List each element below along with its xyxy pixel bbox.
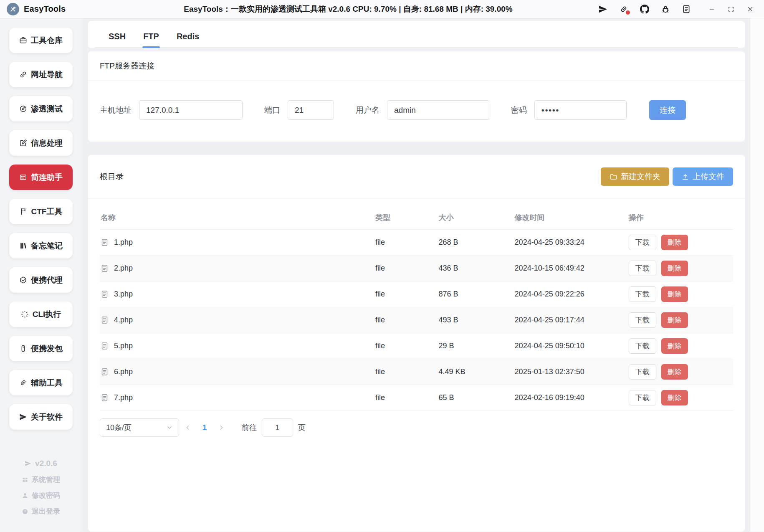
file-size: 493 B: [439, 316, 515, 324]
titlebar-chain-icon-button[interactable]: [615, 2, 633, 17]
sidebar-item-url-nav[interactable]: 网址导航: [9, 62, 73, 87]
sidebar-item-ctf-tools[interactable]: CTF工具: [9, 199, 73, 224]
connect-icon: [19, 173, 27, 181]
titlebar: EasyTools EasyTools：一款实用的渗透测试工具箱 v2.0.6 …: [0, 0, 764, 18]
download-button[interactable]: 下载: [629, 312, 656, 328]
tab-ssh[interactable]: SSH: [108, 29, 126, 47]
file-actions: 下载删除: [629, 390, 733, 405]
download-button[interactable]: 下载: [629, 286, 656, 302]
download-button[interactable]: 下载: [629, 390, 656, 405]
delete-button[interactable]: 删除: [661, 390, 688, 405]
titlebar-telegram-icon-button[interactable]: [594, 2, 612, 17]
file-type: file: [375, 342, 439, 350]
file-type: file: [375, 393, 439, 402]
sidebar-footer-label: 修改密码: [32, 491, 60, 500]
host-input[interactable]: [139, 100, 243, 120]
table-row: 2.phpfile436 B2024-10-15 06:49:42下载删除: [100, 256, 733, 281]
sidebar-item-about[interactable]: 关于软件: [9, 404, 73, 430]
goto-page-input[interactable]: [262, 418, 293, 437]
file-type: file: [375, 264, 439, 273]
file-icon: [101, 238, 109, 246]
next-page-button[interactable]: [213, 418, 230, 437]
download-button[interactable]: 下载: [629, 261, 656, 276]
scrollbar-track[interactable]: [750, 18, 764, 532]
sidebar-item-portable-proxy[interactable]: 便携代理: [9, 267, 73, 293]
sidebar-item-label: 简连助手: [31, 172, 63, 183]
delete-button[interactable]: 删除: [661, 312, 688, 328]
download-button[interactable]: 下载: [629, 338, 656, 354]
spark-icon: [21, 310, 29, 318]
maximize-button[interactable]: [721, 2, 741, 17]
minimize-button[interactable]: [702, 2, 721, 17]
version-label: v2.0.6: [35, 459, 57, 468]
sidebar-item-auxiliary-tools[interactable]: 辅助工具: [9, 370, 73, 395]
sidebar-item-memo-notes[interactable]: 备忘笔记: [9, 233, 73, 258]
connect-button[interactable]: 连接: [649, 100, 686, 120]
file-name-cell: 4.php: [100, 316, 375, 324]
sidebar-item-cli-exec[interactable]: CLI执行: [9, 301, 73, 327]
table-row: 7.phpfile65 B2024-02-16 09:19:40下载删除: [100, 385, 733, 411]
sidebar-item-tool-repo[interactable]: 工具仓库: [9, 28, 73, 53]
sidebar-item-label: 备忘笔记: [31, 241, 63, 251]
page-unit-label: 页: [298, 423, 306, 433]
column-actions: 操作: [629, 213, 733, 223]
file-icon: [101, 316, 109, 324]
delete-button[interactable]: 删除: [661, 364, 688, 380]
page-size-select[interactable]: 10条/页: [100, 418, 179, 437]
sidebar-footer-system-manage[interactable]: 系统管理: [22, 475, 60, 484]
sidebar-item-label: 便携发包: [31, 343, 63, 354]
plane-icon: [19, 413, 27, 421]
delete-button[interactable]: 删除: [661, 338, 688, 354]
sidebar-item-quick-connect[interactable]: 简连助手: [9, 165, 73, 190]
column-size: 大小: [439, 213, 515, 223]
user-icon: [22, 492, 28, 499]
file-actions: 下载删除: [629, 286, 733, 302]
new-folder-button[interactable]: 新建文件夹: [601, 167, 669, 186]
current-page[interactable]: 1: [197, 423, 213, 432]
password-input[interactable]: [534, 100, 627, 120]
port-input[interactable]: [288, 100, 334, 120]
sidebar-item-portable-packet[interactable]: 便携发包: [9, 336, 73, 361]
tab-ftp[interactable]: FTP: [142, 29, 160, 47]
window-controls: [702, 2, 760, 17]
upload-icon: [681, 173, 689, 181]
prev-page-button[interactable]: [179, 418, 197, 437]
titlebar-document-icon-button[interactable]: [677, 2, 696, 17]
app-logo-icon: [7, 3, 19, 15]
minimize-icon: [708, 6, 715, 13]
sidebar-item-info-processing[interactable]: 信息处理: [9, 130, 73, 156]
file-actions: 下载删除: [629, 338, 733, 354]
delete-button[interactable]: 删除: [661, 286, 688, 302]
close-button[interactable]: [741, 2, 760, 17]
sidebar-footer-change-password[interactable]: 修改密码: [22, 491, 60, 500]
username-input[interactable]: [387, 100, 489, 120]
chevron-right-icon: [218, 424, 225, 431]
plane-icon: [25, 460, 31, 467]
sidebar-item-label: 工具仓库: [31, 35, 63, 46]
tab-redis[interactable]: Redis: [176, 29, 200, 47]
file-icon: [101, 264, 109, 272]
sidebar-item-label: CLI执行: [33, 309, 61, 320]
titlebar-bug-icon-button[interactable]: [656, 2, 675, 17]
download-button[interactable]: 下载: [629, 364, 656, 380]
flag-icon: [20, 208, 28, 215]
sidebar-footer-logout[interactable]: 退出登录: [22, 507, 60, 516]
download-button[interactable]: 下载: [629, 235, 656, 250]
delete-button[interactable]: 删除: [661, 235, 688, 250]
upload-file-button[interactable]: 上传文件: [673, 167, 733, 186]
titlebar-github-icon-button[interactable]: [635, 2, 654, 17]
delete-button[interactable]: 删除: [661, 261, 688, 276]
file-modified: 2025-01-13 02:37:50: [515, 367, 629, 376]
chain-icon: [19, 379, 27, 387]
current-directory-label: 根目录: [100, 171, 124, 182]
column-modified: 修改时间: [515, 213, 629, 223]
tabs-bar: SSHFTPRedis: [88, 21, 745, 48]
telegram-icon: [598, 5, 607, 14]
table-row: 4.phpfile493 B2024-04-25 09:17:44下载删除: [100, 307, 733, 333]
sidebar-item-pentest[interactable]: 渗透测试: [9, 96, 73, 122]
host-label: 主机地址: [100, 105, 132, 116]
app-name: EasyTools: [24, 4, 66, 14]
file-modified: 2024-02-16 09:19:40: [515, 393, 629, 402]
sidebar-version: v2.0.6: [25, 459, 57, 468]
sidebar-item-label: 便携代理: [31, 275, 63, 286]
